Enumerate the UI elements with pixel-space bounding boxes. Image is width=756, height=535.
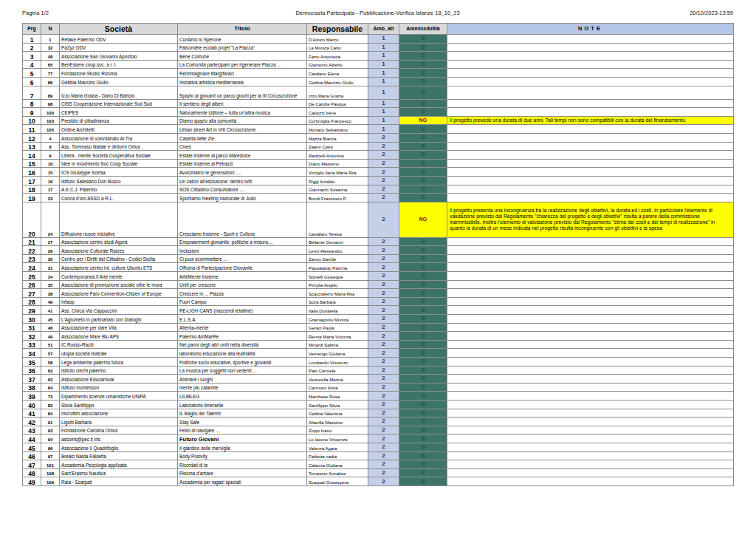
cell-prg: 43 (23, 426, 41, 435)
cell-note (447, 86, 734, 99)
cell-titolo: Urban street Art in VIII Circoscrizione (178, 125, 307, 134)
cell-amm: SI (399, 349, 447, 358)
cell-amm: SI (399, 35, 447, 44)
cell-titolo: Cresciamo Insieme - Sport e Cultura (178, 202, 307, 237)
cell-note (447, 297, 734, 306)
table-row: 2229Associazione Culturale RaizesInclusi… (23, 246, 734, 255)
cell-responsabile: Diano Massimo (307, 159, 368, 168)
cell-responsabile: De Candia Pasqua (307, 99, 368, 108)
cell-note (447, 133, 734, 142)
cell-societa: Associazione centro int. culture Ubuntu … (60, 263, 178, 272)
cell-prg: 32 (23, 332, 41, 341)
cell-societa: Accademia Psicologia applicata (60, 460, 178, 469)
cell-responsabile: Lenzi Alessandro (307, 246, 368, 255)
cell-n: 8 (41, 142, 60, 151)
cell-titolo: Spazio ai giovani! un parco giochi per l… (178, 86, 307, 99)
cell-amb: 2 (368, 375, 399, 384)
table-row: 348Associazione San Giovanni ApostoloBen… (23, 52, 734, 61)
cell-amb: 1 (368, 99, 399, 108)
cell-n: 65 (41, 60, 60, 69)
cell-n: 91 (41, 418, 60, 426)
cell-societa: Centro per i Diritti del Cittadino - Cod… (60, 254, 178, 263)
table-row: 11105Ordine ArchitettiUrban street Art i… (23, 125, 734, 134)
cell-titolo: RE-LIGH CANS (riaccendi lelattine) (178, 306, 307, 315)
table-row: 10103Presidio di cittadinanzaDiamo spazi… (23, 116, 734, 125)
table-row: 1510Idee in movimento Soc Coop SocialeEs… (23, 159, 734, 168)
table-row: 2431Associazione centro int. culture Ubu… (23, 263, 734, 272)
cell-prg: 10 (23, 116, 41, 125)
table-row: 2534Contemporanea.0 Arte menteArteMente … (23, 272, 734, 281)
cell-responsabile: Cortimiglia Francesco (307, 116, 368, 125)
cell-titolo: La Comunità partecipam per rigenerare Pi… (178, 60, 307, 69)
table-row: 4082Silvia SanfilippoLaboratorio itinera… (23, 400, 734, 409)
cell-amm: SI (399, 400, 447, 409)
cell-prg: 29 (23, 306, 41, 315)
cell-note (447, 77, 734, 86)
cell-responsabile: Marchese Rosa (307, 392, 368, 401)
cell-amb: 1 (368, 77, 399, 86)
cell-titolo: E.L.S.A. (178, 315, 307, 324)
cell-prg: 27 (23, 289, 41, 298)
cell-titolo: Sportiamo meeting nazionale di Judo (178, 194, 307, 202)
cell-n: 24 (41, 202, 60, 237)
cell-amb: 2 (368, 451, 399, 460)
table-row: 2738Associazione Faro Convention-Citizen… (23, 289, 734, 298)
column-header-ammissibilita: Ammissibilità (399, 24, 447, 35)
cell-note (447, 246, 734, 255)
cell-amb: 2 (368, 315, 399, 324)
cell-prg: 46 (23, 451, 41, 460)
table-header-row: Prg N Società Titolo Responsabile Amb_at… (23, 24, 734, 35)
cell-n: 62 (41, 366, 60, 375)
cell-societa: Associazione Faro Convention-Citizen of … (60, 289, 178, 298)
cell-responsabile: Scarpati Giuseppina (307, 477, 368, 486)
cell-note (447, 306, 734, 315)
cell-amb: 2 (368, 383, 399, 392)
cell-note (447, 159, 734, 168)
cell-n: 30 (41, 254, 60, 263)
cell-n: 23 (41, 194, 60, 202)
cell-prg: 4 (23, 60, 41, 69)
column-header-titolo: Titolo (178, 24, 307, 35)
cell-societa: assoiris@pec.it Iris (60, 435, 178, 443)
cell-titolo: Fuori Campo (178, 297, 307, 306)
cell-prg: 16 (23, 168, 41, 177)
cell-prg: 39 (23, 392, 41, 401)
cell-note (447, 185, 734, 194)
cell-prg: 34 (23, 349, 41, 358)
cell-n: 89 (41, 86, 60, 99)
cell-n: 41 (41, 306, 60, 315)
table-row: 2330Centro per i Diritti del Cittadino -… (23, 254, 734, 263)
cell-amb: 2 (368, 159, 399, 168)
cell-note (447, 272, 734, 281)
cell-titolo: Nei panni degli altri uniti nella divers… (178, 340, 307, 349)
cell-amb: 2 (368, 460, 399, 469)
cell-amm: SI (399, 108, 447, 117)
table-row: 3763Associazione EducarnivalAnimare i lu… (23, 375, 734, 384)
cell-responsabile: Pappalardo Patrizia (307, 263, 368, 272)
cell-prg: 1 (23, 35, 41, 44)
cell-titolo: LILIBLEG (178, 392, 307, 401)
table-row: 898CISS Cooperazione Internazionale Sud … (23, 99, 734, 108)
cell-societa: Ass. Tommaso Natale e dintorni Onlus (60, 142, 178, 151)
cell-note (447, 263, 734, 272)
cell-amm: SI (399, 43, 447, 52)
cell-responsabile: Gebbia Maurizio Giulio (307, 77, 368, 86)
cell-amb: 1 (368, 86, 399, 99)
cell-prg: 21 (23, 237, 41, 246)
table-row: 48108Sant'Erasmo NautilusRisorsa d'amare… (23, 468, 734, 477)
cell-titolo: La musica per soggetti non vedenti ... (178, 366, 307, 375)
cell-prg: 11 (23, 125, 41, 134)
cell-titolo: Bene Comune (178, 52, 307, 61)
table-row: 3045L'Agrumeto in partinariato con Dialo… (23, 315, 734, 324)
cell-prg: 13 (23, 142, 41, 151)
cell-societa: Fondazione Carolina Onlus (60, 426, 178, 435)
cell-amb: 1 (368, 52, 399, 61)
cell-titolo: Inclusioni (178, 246, 307, 255)
cell-note (447, 460, 734, 469)
cell-amm: SI (399, 306, 447, 315)
cell-amb: 2 (368, 340, 399, 349)
cell-amb: 2 (368, 263, 399, 272)
cell-societa: BenEssere coop.soc. a r. l. (60, 60, 178, 69)
cell-amm: SI (399, 159, 447, 168)
table-row: 4596Associazione il QuadrifoglioIl giard… (23, 443, 734, 451)
